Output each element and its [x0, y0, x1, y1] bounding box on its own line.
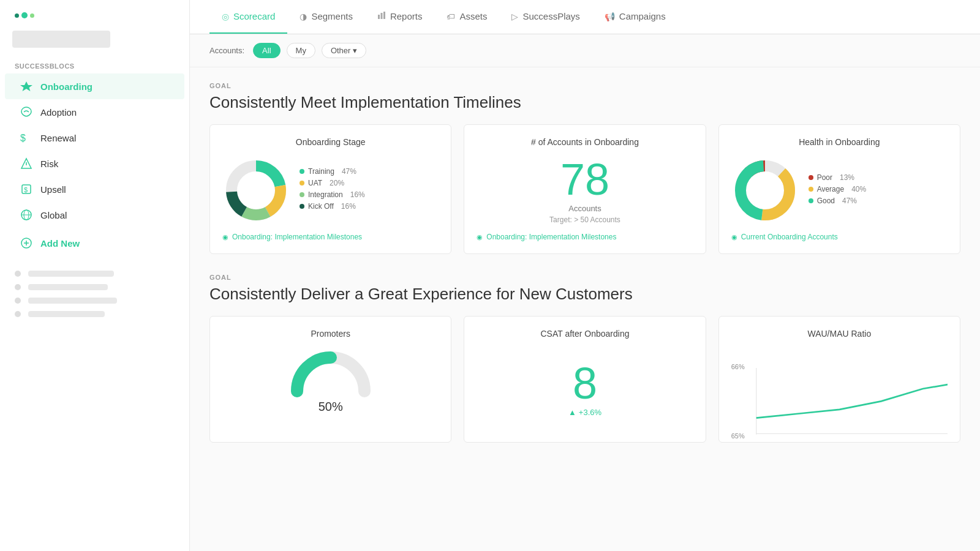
add-icon	[20, 236, 33, 250]
accounts-filter: Accounts: All My Other ▾	[190, 34, 980, 67]
csat-big-number: 8	[573, 361, 597, 405]
health-donut-chart	[731, 157, 799, 224]
svg-text:$: $	[20, 133, 26, 143]
link-icon-2: ◉	[477, 233, 483, 241]
sidebar-item-adoption[interactable]: Adoption	[5, 99, 184, 125]
csat-up-arrow: ▲	[568, 408, 576, 417]
filter-other-label: Other	[331, 46, 351, 55]
top-nav: ◎ Scorecard ◑ Segments Reports 🏷 Assets …	[190, 0, 980, 34]
goal-2-cards: Promoters 50% CSAT after Onboarding	[209, 316, 960, 443]
health-donut-container: Poor13% Average40% Good47%	[731, 157, 948, 224]
assets-icon: 🏷	[447, 12, 455, 21]
sidebar-item-global[interactable]: Global	[5, 202, 184, 228]
svg-rect-11	[378, 15, 380, 19]
sidebar-item-upsell[interactable]: $ Upsell	[5, 176, 184, 202]
promoters-percentage: 50%	[318, 400, 343, 414]
accounts-big-number: 78	[560, 157, 609, 201]
card-onboarding-stage: Onboarding Stage	[209, 124, 451, 254]
logo-dot-1	[15, 13, 19, 18]
filter-other-btn[interactable]: Other ▾	[322, 43, 367, 58]
global-icon	[20, 208, 33, 222]
filter-my-btn[interactable]: My	[287, 43, 315, 58]
scorecard-icon: ◎	[222, 12, 229, 21]
goal-2-title: Consistently Deliver a Great Experience …	[209, 285, 960, 304]
tab-campaigns-label: Campaigns	[619, 11, 666, 21]
health-link[interactable]: ◉ Current Onboarding Accounts	[731, 233, 948, 241]
tab-segments[interactable]: ◑ Segments	[287, 0, 365, 34]
reports-icon	[377, 11, 386, 21]
card-wau-mau: WAU/MAU Ratio 66% 65%	[718, 316, 960, 443]
successplays-icon: ▷	[511, 12, 518, 21]
card-csat: CSAT after Onboarding 8 ▲ +3.6%	[464, 316, 706, 443]
accounts-link[interactable]: ◉ Onboarding: Implementation Milestones	[477, 233, 693, 241]
goal-2-label: GOAL	[209, 274, 960, 281]
goal-2: GOAL Consistently Deliver a Great Experi…	[209, 274, 960, 443]
tab-scorecard-label: Scorecard	[233, 11, 275, 21]
card-csat-title: CSAT after Onboarding	[477, 329, 693, 339]
content-area: GOAL Consistently Meet Implementation Ti…	[190, 67, 980, 551]
wau-mau-y-label-top: 66%	[731, 363, 745, 370]
sidebar-item-label-onboarding: Onboarding	[40, 81, 92, 92]
svg-rect-13	[383, 12, 385, 19]
tab-reports[interactable]: Reports	[365, 0, 435, 34]
upsell-icon: $	[20, 182, 33, 196]
card-health-title: Health in Onboarding	[731, 137, 948, 147]
onboarding-icon	[20, 80, 33, 93]
segments-icon: ◑	[300, 12, 307, 21]
sidebar-item-add-new[interactable]: Add New	[5, 230, 184, 256]
card-promoters-title: Promoters	[222, 329, 439, 339]
sidebar-item-label-risk: Risk	[40, 159, 58, 169]
tab-campaigns[interactable]: 📢 Campaigns	[592, 0, 678, 34]
sidebar-item-label-adoption: Adoption	[40, 107, 77, 118]
accounts-link-text: Onboarding: Implementation Milestones	[486, 233, 616, 241]
sidebar-item-label-renewal: Renewal	[40, 133, 76, 143]
csat-delta: ▲ +3.6%	[568, 408, 601, 417]
wau-mau-chart: 66% 65%	[731, 348, 948, 430]
tab-successplays-label: SuccessPlays	[522, 11, 579, 21]
risk-icon	[20, 157, 33, 170]
link-icon-3: ◉	[731, 233, 737, 241]
tab-scorecard[interactable]: ◎ Scorecard	[209, 0, 287, 34]
tab-assets-label: Assets	[459, 11, 487, 21]
card-accounts-count: # of Accounts in Onboarding 78 Accounts …	[464, 124, 706, 254]
accounts-filter-label: Accounts:	[209, 46, 244, 55]
health-link-text: Current Onboarding Accounts	[741, 233, 838, 241]
logo-dots	[15, 12, 34, 18]
goal-1-title: Consistently Meet Implementation Timelin…	[209, 93, 960, 112]
card-accounts-title: # of Accounts in Onboarding	[477, 137, 693, 147]
onboarding-stage-link-text: Onboarding: Implementation Milestones	[232, 233, 362, 241]
promoters-half-donut	[288, 348, 374, 397]
main-content: ◎ Scorecard ◑ Segments Reports 🏷 Assets …	[190, 0, 980, 551]
csat-delta-value: +3.6%	[579, 408, 601, 417]
sidebar-item-label-upsell: Upsell	[40, 184, 66, 195]
svg-text:$: $	[24, 186, 28, 193]
tab-assets[interactable]: 🏷 Assets	[434, 0, 499, 34]
accounts-target: Target: > 50 Accounts	[549, 216, 620, 224]
wau-mau-y-label-bottom: 65%	[731, 432, 745, 440]
tab-successplays[interactable]: ▷ SuccessPlays	[499, 0, 592, 34]
sidebar-item-onboarding[interactable]: Onboarding	[5, 73, 184, 99]
sidebar-placeholders	[0, 256, 189, 332]
svg-rect-12	[380, 13, 382, 19]
filter-all-btn[interactable]: All	[253, 43, 280, 58]
renewal-icon: $	[20, 131, 33, 144]
card-onboarding-stage-title: Onboarding Stage	[222, 137, 439, 147]
add-new-label: Add New	[40, 238, 80, 249]
accounts-label: Accounts	[568, 204, 601, 213]
onboarding-stage-link[interactable]: ◉ Onboarding: Implementation Milestones	[222, 233, 439, 241]
goal-1: GOAL Consistently Meet Implementation Ti…	[209, 82, 960, 254]
tab-segments-label: Segments	[311, 11, 353, 21]
goal-1-cards: Onboarding Stage	[209, 124, 960, 254]
onboarding-stage-legend: Training47% UAT20% Integration16% Kick O…	[300, 167, 365, 214]
sidebar-item-renewal[interactable]: $ Renewal	[5, 125, 184, 151]
chevron-down-icon: ▾	[353, 46, 357, 55]
logo-dot-2	[21, 12, 28, 18]
health-legend: Poor13% Average40% Good47%	[809, 173, 867, 208]
sidebar: SUCCESSBLOCS Onboarding Adoption $ Renew…	[0, 0, 190, 551]
sidebar-section-label: SUCCESSBLOCS	[0, 58, 189, 73]
goal-1-label: GOAL	[209, 82, 960, 89]
sidebar-item-risk[interactable]: Risk	[5, 151, 184, 176]
campaigns-icon: 📢	[605, 12, 615, 21]
adoption-icon	[20, 105, 33, 119]
card-wau-mau-title: WAU/MAU Ratio	[731, 329, 948, 339]
